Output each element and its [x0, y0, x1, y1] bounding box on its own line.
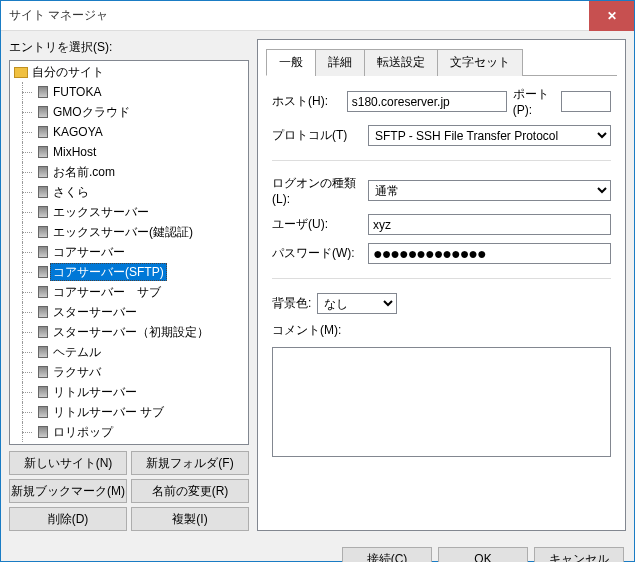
server-icon	[38, 166, 48, 178]
host-label: ホスト(H):	[272, 93, 341, 110]
rename-button[interactable]: 名前の変更(R)	[131, 479, 249, 503]
tree-root[interactable]: 自分のサイト	[10, 63, 248, 82]
tab-transfer[interactable]: 転送設定	[364, 49, 438, 76]
duplicate-button[interactable]: 複製(I)	[131, 507, 249, 531]
tree-item[interactable]: リトルサーバー	[10, 382, 248, 402]
tree-item-label: KAGOYA	[50, 123, 106, 141]
tab-bar: 一般 詳細 転送設定 文字セット	[266, 48, 617, 76]
content-area: エントリを選択(S): 自分のサイト FUTOKAGMOクラウドKAGOYAMi…	[1, 31, 634, 539]
port-label: ポート(P):	[513, 86, 555, 117]
server-icon	[38, 226, 48, 238]
tree-item[interactable]: KAGOYA	[10, 122, 248, 142]
entry-select-label: エントリを選択(S):	[9, 39, 249, 56]
tree-item-label: スターサーバー（初期設定）	[50, 323, 212, 341]
left-panel: エントリを選択(S): 自分のサイト FUTOKAGMOクラウドKAGOYAMi…	[9, 39, 249, 531]
server-icon	[38, 306, 48, 318]
folder-icon	[14, 67, 28, 78]
tree-item[interactable]: さくら	[10, 182, 248, 202]
server-icon	[38, 126, 48, 138]
tree-item[interactable]: ヘテムル	[10, 342, 248, 362]
tree-item-label: FUTOKA	[50, 83, 104, 101]
tree-item[interactable]: FUTOKA	[10, 82, 248, 102]
close-button[interactable]: ✕	[589, 1, 634, 31]
port-input[interactable]	[561, 91, 611, 112]
server-icon	[38, 386, 48, 398]
tree-item[interactable]: お名前.com	[10, 162, 248, 182]
server-icon	[38, 206, 48, 218]
server-icon	[38, 346, 48, 358]
tree-item[interactable]: エックスサーバー	[10, 202, 248, 222]
tree-item-label: リトルサーバー	[50, 383, 140, 401]
tree-item[interactable]: コアサーバー	[10, 242, 248, 262]
titlebar: サイト マネージャ ✕	[1, 1, 634, 31]
tree-item-label: コアサーバー	[50, 243, 128, 261]
tree-item[interactable]: ロリポップ	[10, 422, 248, 442]
tab-general[interactable]: 一般	[266, 49, 316, 76]
tree-item-label: エックスサーバー	[50, 203, 152, 221]
tree-item[interactable]: スターサーバー（初期設定）	[10, 322, 248, 342]
server-icon	[38, 286, 48, 298]
server-icon	[38, 86, 48, 98]
tab-charset[interactable]: 文字セット	[437, 49, 523, 76]
tree-item-label: スターサーバー	[50, 303, 140, 321]
server-icon	[38, 146, 48, 158]
new-site-button[interactable]: 新しいサイト(N)	[9, 451, 127, 475]
tree-item-label: コアサーバー(SFTP)	[50, 263, 167, 281]
logon-type-select[interactable]: 通常	[368, 180, 611, 201]
tree-item[interactable]: MixHost	[10, 142, 248, 162]
server-icon	[38, 366, 48, 378]
site-manager-window: サイト マネージャ ✕ エントリを選択(S): 自分のサイト FUTOKAGMO…	[0, 0, 635, 562]
tree-item-label: MixHost	[50, 143, 99, 161]
new-bookmark-button[interactable]: 新規ブックマーク(M)	[9, 479, 127, 503]
tree-item-label: GMOクラウド	[50, 103, 133, 121]
tab-detail[interactable]: 詳細	[315, 49, 365, 76]
tree-root-label: 自分のサイト	[32, 64, 104, 81]
comment-label: コメント(M):	[272, 322, 611, 339]
bgcolor-select[interactable]: なし	[317, 293, 397, 314]
server-icon	[38, 406, 48, 418]
password-label: パスワード(W):	[272, 245, 362, 262]
general-form: ホスト(H): ポート(P): プロトコル(T) SFTP - SSH File…	[266, 76, 617, 467]
server-icon	[38, 246, 48, 258]
tree-item[interactable]: GMOクラウド	[10, 102, 248, 122]
tree-item-label: ヘテムル	[50, 343, 104, 361]
new-folder-button[interactable]: 新規フォルダ(F)	[131, 451, 249, 475]
server-icon	[38, 266, 48, 278]
tree-item[interactable]: コアサーバー サブ	[10, 282, 248, 302]
server-icon	[38, 326, 48, 338]
protocol-label: プロトコル(T)	[272, 127, 362, 144]
tree-item-label: コアサーバー サブ	[50, 283, 164, 301]
tree-item-label: ロリポップ	[50, 423, 116, 441]
server-icon	[38, 106, 48, 118]
user-label: ユーザ(U):	[272, 216, 362, 233]
comment-textarea[interactable]	[272, 347, 611, 457]
close-icon: ✕	[607, 9, 617, 23]
dialog-footer: 接続(C) OK キャンセル	[1, 539, 634, 562]
tree-item-label: エックスサーバー(鍵認証)	[50, 223, 196, 241]
tree-item[interactable]: リトルサーバー サブ	[10, 402, 248, 422]
host-input[interactable]	[347, 91, 507, 112]
connect-button[interactable]: 接続(C)	[342, 547, 432, 562]
logon-type-label: ログオンの種類(L):	[272, 175, 362, 206]
ok-button[interactable]: OK	[438, 547, 528, 562]
server-icon	[38, 426, 48, 438]
tree-item[interactable]: コアサーバー(SFTP)	[10, 262, 248, 282]
tree-item-label: ラクサバ	[50, 363, 104, 381]
protocol-select[interactable]: SFTP - SSH File Transfer Protocol	[368, 125, 611, 146]
site-tree[interactable]: 自分のサイト FUTOKAGMOクラウドKAGOYAMixHostお名前.com…	[9, 60, 249, 445]
window-title: サイト マネージャ	[9, 7, 589, 24]
password-input[interactable]: ●●●●●●●●●●●●●	[368, 243, 611, 264]
tree-item-label: さくら	[50, 183, 92, 201]
server-icon	[38, 186, 48, 198]
tree-item-label: お名前.com	[50, 163, 118, 181]
bgcolor-label: 背景色:	[272, 295, 311, 312]
cancel-button[interactable]: キャンセル	[534, 547, 624, 562]
delete-button[interactable]: 削除(D)	[9, 507, 127, 531]
tree-item-label: リトルサーバー サブ	[50, 403, 167, 421]
right-panel: 一般 詳細 転送設定 文字セット ホスト(H): ポート(P): プロトコル(T…	[257, 39, 626, 531]
user-input[interactable]	[368, 214, 611, 235]
tree-item[interactable]: ラクサバ	[10, 362, 248, 382]
tree-item[interactable]: スターサーバー	[10, 302, 248, 322]
tree-item[interactable]: エックスサーバー(鍵認証)	[10, 222, 248, 242]
site-action-buttons: 新しいサイト(N) 新規フォルダ(F) 新規ブックマーク(M) 名前の変更(R)…	[9, 451, 249, 531]
